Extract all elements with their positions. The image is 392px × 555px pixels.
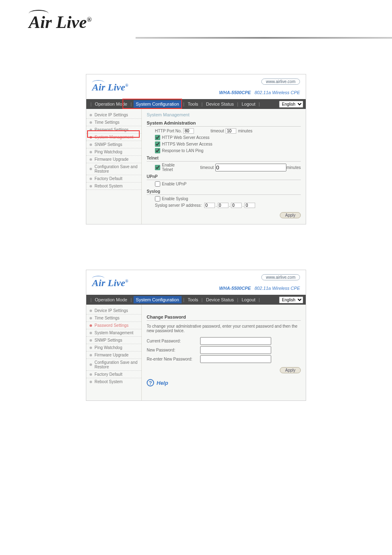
sidebar-item-system-mgmt[interactable]: System Management xyxy=(86,134,141,141)
new-password-input[interactable] xyxy=(200,346,271,354)
syslog-server-label: Syslog server IP address: xyxy=(155,203,202,208)
sidebar-item-password[interactable]: Password Settings xyxy=(86,322,141,329)
content-title: System Management xyxy=(147,112,301,117)
page-header: Air Live® xyxy=(0,0,392,45)
sidebar-item-ping[interactable]: Ping Watchdog xyxy=(86,344,141,352)
model-name: WHA-5500CPE xyxy=(219,90,251,95)
sidebar-item-ping[interactable]: Ping Watchdog xyxy=(86,148,141,156)
upnp-enable-label: Enable UPnP xyxy=(162,182,187,186)
menu-operation-mode[interactable]: Operation Mode xyxy=(93,102,129,106)
sidebar-item-reboot[interactable]: Reboot System xyxy=(86,183,141,190)
timeout-label: timeout xyxy=(210,129,224,133)
syslog-ip-2[interactable] xyxy=(218,203,228,208)
header-divider xyxy=(136,37,392,39)
sidebar-item-snmp[interactable]: SNMP Settings xyxy=(86,337,141,344)
sidebar-item-factory[interactable]: Factory Default xyxy=(86,371,141,378)
https-access-label: HTTPS Web Server Access xyxy=(162,142,212,146)
menu-logout[interactable]: Logout xyxy=(240,297,257,302)
menu-system-config[interactable]: System Configuration xyxy=(134,100,182,108)
sidebar-item-config-save[interactable]: Configuration Save and Restore xyxy=(86,163,141,175)
screenshot-change-password: Air Live® www.airlive.com WHA-5500CPE 80… xyxy=(86,270,306,401)
top-menu: | Operation Mode | System Configuration … xyxy=(86,295,306,305)
sidebar-item-device-ip[interactable]: Device IP Settings xyxy=(86,111,141,119)
section-syslog: Syslog xyxy=(147,189,301,195)
telnet-enable-label: Enable Telnet xyxy=(162,163,180,172)
panel-header: Air Live® www.airlive.com WHA-5500CPE 80… xyxy=(86,74,306,99)
sidebar: Device IP Settings Time Settings Passwor… xyxy=(86,305,142,400)
brand-reg: ® xyxy=(87,16,92,23)
top-menu: | Operation Mode | System Configuration … xyxy=(86,99,306,109)
new-password-label: New Password: xyxy=(147,348,200,352)
language-select[interactable]: English xyxy=(279,101,303,108)
model-line: WHA-5500CPE 802.11a Wireless CPE xyxy=(219,90,300,95)
http-access-checkbox[interactable] xyxy=(155,135,160,140)
upnp-enable-checkbox[interactable] xyxy=(155,181,160,187)
panel-header: Air Live® www.airlive.com WHA-5500CPE 80… xyxy=(86,270,306,295)
brand-name: Air Live xyxy=(29,13,87,32)
telnet-enable-checkbox[interactable] xyxy=(155,165,160,170)
apply-button[interactable]: Apply xyxy=(280,212,301,218)
lan-ping-checkbox[interactable] xyxy=(155,148,160,153)
syslog-enable-label: Enable Syslog xyxy=(162,197,188,201)
panel-brand: Air Live® xyxy=(92,82,128,93)
section-telnet: Telnet xyxy=(147,156,301,162)
sidebar: Device IP Settings Time Settings Passwor… xyxy=(86,109,142,224)
section-upnp: UPnP xyxy=(147,174,301,180)
screenshot-system-management: Air Live® www.airlive.com WHA-5500CPE 80… xyxy=(86,74,306,224)
sidebar-item-time[interactable]: Time Settings xyxy=(86,314,141,322)
sidebar-item-reboot[interactable]: Reboot System xyxy=(86,378,141,385)
reenter-password-label: Re-enter New Password: xyxy=(147,357,200,361)
sidebar-item-device-ip[interactable]: Device IP Settings xyxy=(86,307,141,314)
content-area: Change Password To change your administr… xyxy=(142,305,306,400)
menu-device-status[interactable]: Device Status xyxy=(204,102,235,106)
sidebar-item-firmware[interactable]: Firmware Upgrade xyxy=(86,156,141,163)
current-password-input[interactable] xyxy=(200,337,271,345)
https-access-checkbox[interactable] xyxy=(155,141,160,147)
model-line: WHA-5500CPE 802.11a Wireless CPE xyxy=(219,286,300,291)
help-text: Help xyxy=(157,380,168,386)
section-sysadmin: System Administration xyxy=(147,120,301,127)
sidebar-item-password[interactable]: Password Settings xyxy=(86,126,141,134)
brand-logo: Air Live® xyxy=(29,12,92,32)
help-link[interactable]: ? Help xyxy=(147,379,301,386)
menu-device-status[interactable]: Device Status xyxy=(204,297,235,302)
password-instruction: To change your administrative password, … xyxy=(147,324,301,333)
model-desc: 802.11a Wireless CPE xyxy=(254,286,300,291)
telnet-timeout-label: timeout xyxy=(200,165,214,170)
sidebar-item-system-mgmt[interactable]: System Management xyxy=(86,329,141,337)
timeout-unit: minutes xyxy=(238,129,252,133)
menu-tools[interactable]: Tools xyxy=(186,102,200,106)
telnet-timeout-input[interactable] xyxy=(215,164,286,171)
panel-brand: Air Live® xyxy=(92,278,128,289)
sidebar-item-config-save[interactable]: Configuration Save and Restore xyxy=(86,359,141,371)
syslog-ip-1[interactable] xyxy=(204,203,215,208)
sidebar-item-snmp[interactable]: SNMP Settings xyxy=(86,141,141,148)
current-password-label: Current Password: xyxy=(147,339,200,343)
menu-system-config[interactable]: System Configuration xyxy=(134,296,182,303)
telnet-timeout-unit: minutes xyxy=(286,165,301,170)
language-select[interactable]: English xyxy=(279,296,303,303)
apply-button[interactable]: Apply xyxy=(280,367,301,373)
timeout-input[interactable] xyxy=(226,128,236,134)
section-change-password: Change Password xyxy=(147,314,301,321)
menu-operation-mode[interactable]: Operation Mode xyxy=(93,297,129,302)
www-link[interactable]: www.airlive.com xyxy=(261,79,300,85)
model-desc: 802.11a Wireless CPE xyxy=(254,90,300,95)
http-access-label: HTTP Web Server Access xyxy=(162,135,210,140)
menu-tools[interactable]: Tools xyxy=(186,297,200,302)
www-link[interactable]: www.airlive.com xyxy=(261,274,300,280)
sidebar-item-firmware[interactable]: Firmware Upgrade xyxy=(86,352,141,359)
model-name: WHA-5500CPE xyxy=(219,286,251,291)
sidebar-item-time[interactable]: Time Settings xyxy=(86,119,141,126)
sidebar-item-factory[interactable]: Factory Default xyxy=(86,175,141,183)
syslog-ip-4[interactable] xyxy=(244,203,255,208)
http-port-label: HTTP Port No. xyxy=(155,129,182,133)
reenter-password-input[interactable] xyxy=(200,355,271,363)
http-port-input[interactable] xyxy=(183,128,194,134)
syslog-ip-3[interactable] xyxy=(231,203,242,208)
content-area: System Management System Administration … xyxy=(142,109,306,224)
lan-ping-label: Response to LAN Ping xyxy=(162,148,203,153)
help-icon: ? xyxy=(147,379,154,386)
syslog-enable-checkbox[interactable] xyxy=(155,196,160,201)
menu-logout[interactable]: Logout xyxy=(240,102,257,106)
